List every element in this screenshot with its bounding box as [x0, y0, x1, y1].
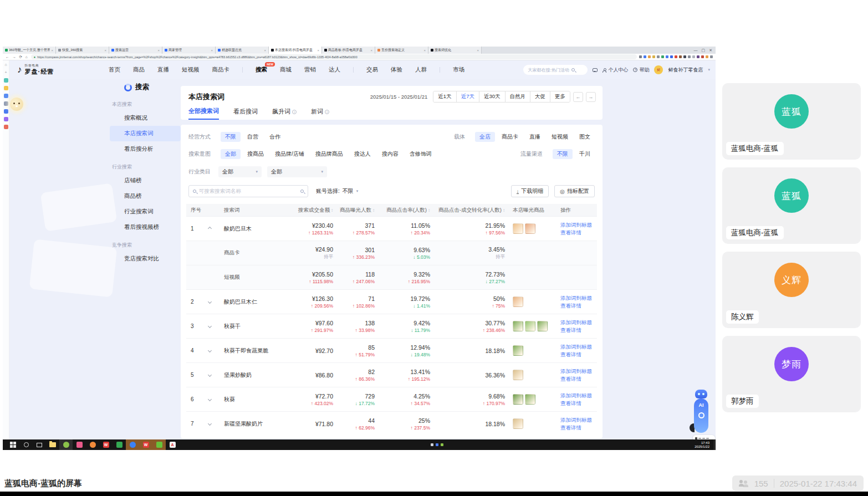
product-image[interactable] — [513, 394, 523, 405]
product-image[interactable] — [513, 345, 523, 356]
date-button-更多[interactable]: 更多 — [550, 91, 570, 102]
action-link-添加词到标题[interactable]: 添加词到标题 — [560, 294, 597, 302]
filter-chip-千川[interactable]: 千川 — [575, 149, 595, 159]
taskbar-icon-wps-2[interactable]: W — [139, 439, 152, 450]
category-select-2[interactable]: 全部 ▾ — [267, 166, 327, 177]
side-strip-icon[interactable] — [4, 109, 8, 114]
browser-tab[interactable]: 360导航_一个主页,整个世界× — [3, 47, 56, 54]
chevron-down-icon[interactable] — [208, 300, 212, 304]
taskbar-icon-app-pink[interactable] — [73, 439, 86, 450]
product-image[interactable] — [513, 223, 523, 234]
action-link-查看详情[interactable]: 查看详情 — [560, 326, 597, 334]
add-icon[interactable]: + — [4, 70, 7, 75]
extension-icon[interactable] — [688, 55, 691, 58]
taskbar-icon-file-explorer[interactable] — [46, 439, 59, 450]
action-link-查看详情[interactable]: 查看详情 — [560, 400, 597, 407]
nav-item-首页[interactable]: 首页 — [109, 66, 120, 74]
extension-icon[interactable] — [666, 55, 668, 58]
filter-chip-含修饰词[interactable]: 含修饰词 — [405, 149, 436, 159]
participant-tile[interactable]: 义辉陈义辉 — [722, 252, 861, 328]
account-select[interactable]: 账号选择: 不限 ▾ — [316, 187, 358, 195]
filter-chip-搜商品[interactable]: 搜商品 — [243, 149, 268, 159]
taskbar-icon-app-white[interactable]: A — [166, 439, 179, 450]
sidebar-item-看后搜视频榜[interactable]: 看后搜视频榜 — [110, 219, 181, 235]
action-link-查看详情[interactable]: 查看详情 — [560, 351, 597, 359]
expand-toggle[interactable] — [208, 422, 224, 425]
nav-item-营销[interactable]: 营销 — [304, 66, 316, 74]
expand-toggle[interactable] — [208, 398, 224, 401]
side-strip-icon[interactable] — [4, 125, 8, 129]
expand-toggle[interactable] — [208, 300, 224, 303]
action-link-查看详情[interactable]: 查看详情 — [560, 424, 597, 432]
action-link-添加词到标题[interactable]: 添加词到标题 — [560, 221, 597, 229]
filter-chip-全部[interactable]: 全部 — [221, 149, 241, 159]
browser-tab[interactable]: 商品看板-抖音电商罗盘× — [322, 47, 375, 54]
filter-chip-直播[interactable]: 直播 — [525, 132, 545, 142]
product-image[interactable] — [513, 370, 523, 380]
action-link-查看详情[interactable]: 查看详情 — [560, 302, 597, 310]
chevron-down-icon[interactable]: ▾ — [708, 68, 710, 72]
tab-close-icon[interactable]: × — [264, 49, 266, 52]
browser-tab[interactable]: 精选联盟总览× — [216, 47, 269, 54]
profile-link[interactable]: 个人中心 — [603, 67, 628, 74]
date-button-大促[interactable]: 大促 — [530, 91, 550, 102]
mascot-sticker[interactable] — [10, 98, 23, 111]
column-header[interactable]: 商品曝光人数↕ — [333, 207, 375, 214]
extension-icon[interactable] — [670, 55, 673, 58]
browser-tab[interactable]: 搜索词优化× — [428, 47, 482, 54]
extension-icon[interactable] — [639, 55, 642, 58]
nav-item-搜索[interactable]: 搜索NEW — [256, 66, 267, 74]
tab-close-icon[interactable]: × — [477, 49, 479, 52]
nav-item-达人[interactable]: 达人 — [329, 66, 340, 74]
nav-item-市场[interactable]: 市场 — [453, 66, 464, 74]
browser-tab[interactable]: 快资_360搜索× — [56, 47, 109, 54]
product-image[interactable] — [525, 223, 535, 234]
tab-新词[interactable]: 新词i — [311, 107, 329, 120]
product-image[interactable] — [513, 418, 523, 429]
ai-assistant-widget[interactable]: AI ⊕× — [693, 390, 712, 439]
extension-icon[interactable] — [679, 55, 682, 58]
action-link-添加词到标题[interactable]: 添加词到标题 — [560, 416, 597, 424]
extension-icon[interactable] — [644, 55, 646, 58]
tray-icon[interactable] — [431, 443, 433, 446]
filter-chip-不限[interactable]: 不限 — [553, 149, 573, 159]
category-select-1[interactable]: 全部 ▾ — [218, 166, 262, 177]
search-submit-icon[interactable] — [300, 190, 304, 193]
participant-tile[interactable]: 蓝狐蓝狐电商-蓝狐 — [722, 167, 861, 244]
browser-tab[interactable]: 竞价搜索场定义× — [375, 47, 428, 54]
nav-item-直播[interactable]: 直播 — [157, 66, 169, 74]
global-search-input[interactable]: 大家都在搜:热门活动 — [523, 65, 588, 75]
tab-close-icon[interactable]: × — [317, 49, 319, 52]
chevron-down-icon[interactable] — [208, 324, 212, 328]
next-period-button[interactable]: → — [586, 92, 596, 102]
column-header[interactable]: 商品点击-成交转化率(人数)↕ — [430, 207, 505, 214]
tab-close-icon[interactable]: × — [370, 49, 372, 52]
column-header[interactable]: 搜索成交金额↕ — [289, 207, 333, 214]
action-link-添加词到标题[interactable]: 添加词到标题 — [560, 319, 597, 326]
product-image[interactable] — [513, 321, 523, 331]
expand-toggle[interactable] — [208, 325, 224, 328]
date-button-近30天[interactable]: 近30天 — [479, 91, 506, 102]
filter-chip-不限[interactable]: 不限 — [221, 132, 241, 142]
product-image[interactable] — [525, 394, 535, 405]
window-control-icon[interactable]: ✕ — [709, 48, 712, 53]
side-strip-icon[interactable] — [4, 101, 8, 106]
product-image[interactable] — [525, 321, 535, 331]
sidebar-item-商品榜[interactable]: 商品榜 — [110, 188, 181, 204]
sidebar-item-行业搜索词[interactable]: 行业搜索词 — [110, 204, 181, 219]
action-link-查看详情[interactable]: 查看详情 — [560, 375, 597, 383]
sidebar-item-竞店搜索对比[interactable]: 竞店搜索对比 — [110, 251, 181, 267]
tray-icon[interactable] — [441, 443, 443, 446]
tab-close-icon[interactable]: × — [104, 49, 106, 52]
nav-item-人群[interactable]: 人群 — [415, 66, 427, 74]
shop-avatar[interactable]: 鲜 — [654, 65, 663, 74]
extension-icon[interactable] — [657, 55, 660, 58]
action-link-添加词到标题[interactable]: 添加词到标题 — [560, 392, 597, 400]
filter-chip-短视频[interactable]: 短视频 — [547, 132, 573, 142]
tab-close-icon[interactable]: × — [423, 49, 426, 52]
sidebar-item-店铺榜[interactable]: 店铺榜 — [110, 173, 181, 188]
expand-toggle[interactable] — [208, 227, 224, 230]
tab-close-icon[interactable]: × — [157, 49, 160, 52]
filter-chip-自营[interactable]: 自营 — [243, 132, 263, 142]
extension-icon[interactable] — [648, 55, 651, 58]
